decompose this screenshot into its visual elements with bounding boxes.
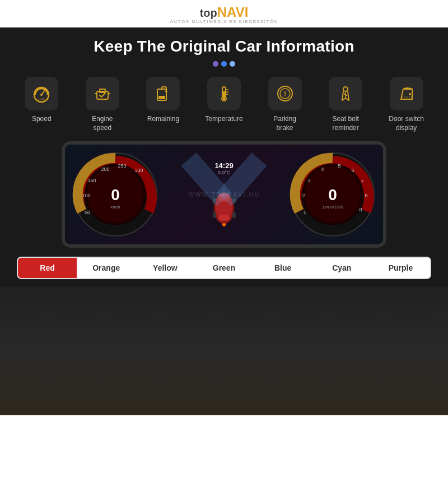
svg-point-17 <box>222 98 225 100</box>
feature-remaining: Remaining <box>135 77 191 124</box>
svg-text:6: 6 <box>351 168 354 173</box>
svg-text:330: 330 <box>134 168 143 173</box>
speed-icon: km/h <box>25 77 58 110</box>
svg-text:3: 3 <box>307 178 310 183</box>
watermark: WWW.TOPNAVI.HU <box>188 191 260 198</box>
svg-point-43 <box>218 215 230 221</box>
svg-text:8: 8 <box>365 193 367 198</box>
svg-text:250: 250 <box>118 163 126 169</box>
dashboard-temp: 0.0°C <box>218 170 231 175</box>
feature-temperature: Temperature <box>196 77 252 124</box>
door-switch-label: Door switchdisplay <box>389 115 424 132</box>
color-options-bar[interactable]: Red Orange Yellow Green Blue Cyan Purple <box>17 257 431 279</box>
door-switch-icon <box>390 77 423 110</box>
svg-point-24 <box>343 87 348 91</box>
temperature-label: Temperature <box>205 115 242 124</box>
color-option-purple[interactable]: Purple <box>371 258 430 278</box>
seatbelt-icon <box>329 77 362 110</box>
color-option-yellow[interactable]: Yellow <box>136 258 194 278</box>
svg-rect-45 <box>232 198 236 203</box>
parking-brake-label: Parkingbrake <box>273 115 296 132</box>
feature-parking-brake: ! Parkingbrake <box>257 77 313 132</box>
svg-rect-9 <box>158 96 165 99</box>
svg-rect-16 <box>223 91 225 98</box>
logo-subtitle: AUTÓS MULTIMÉDIA ÉS KIEGÉSZÍTŐK <box>170 19 278 24</box>
speed-label: Speed <box>32 115 52 124</box>
decorative-dots <box>11 61 437 67</box>
seatbelt-label: Seat beltreminder <box>332 115 358 132</box>
svg-rect-44 <box>213 198 216 203</box>
color-option-red[interactable]: Red <box>18 258 77 278</box>
svg-text:km/h: km/h <box>110 205 120 210</box>
color-option-blue[interactable]: Blue <box>254 258 312 278</box>
engine-icon <box>86 77 119 110</box>
svg-text:7: 7 <box>361 179 363 184</box>
dashboard-screen: WWW.TOPNAVI.HU <box>62 141 386 248</box>
dot-3 <box>230 61 235 67</box>
car-photo-area <box>0 287 448 415</box>
temperature-icon <box>207 77 241 110</box>
svg-text:200: 200 <box>101 166 109 172</box>
svg-text:50: 50 <box>85 210 90 215</box>
svg-point-25 <box>409 93 411 95</box>
main-section: Keep The Original Car Information km/h S… <box>0 27 448 287</box>
engine-label: Enginespeed <box>92 115 113 132</box>
dashboard-time: 14:29 <box>214 161 233 170</box>
svg-text:!: ! <box>284 90 286 98</box>
dashboard-inner: WWW.TOPNAVI.HU <box>65 145 383 244</box>
svg-text:5: 5 <box>338 163 340 169</box>
feature-door-switch: Door switchdisplay <box>379 77 435 132</box>
svg-text:4: 4 <box>321 166 324 172</box>
color-option-green[interactable]: Green <box>194 258 253 278</box>
svg-text:1/minX1000: 1/minX1000 <box>322 205 343 209</box>
speedometer-gauge: 50 100 150 200 250 330 0 km/h <box>71 150 160 239</box>
fuel-icon <box>146 77 180 110</box>
svg-text:2: 2 <box>302 193 305 198</box>
remaining-label: Remaining <box>147 115 179 124</box>
features-icons-row: km/h Speed Enginespeed <box>11 77 437 132</box>
page-headline: Keep The Original Car Information <box>11 38 437 55</box>
svg-text:150: 150 <box>87 178 96 183</box>
svg-text:0: 0 <box>328 186 337 203</box>
rpm-gauge: 1 2 3 4 5 6 7 8 0 0 1/minX1000 <box>288 150 377 239</box>
brand-logo: top NAVI <box>200 6 249 19</box>
svg-point-2 <box>40 94 43 96</box>
svg-text:0: 0 <box>111 186 120 203</box>
dashboard-wrapper: WWW.TOPNAVI.HU <box>11 141 437 248</box>
color-option-cyan[interactable]: Cyan <box>312 258 371 278</box>
color-option-orange[interactable]: Orange <box>77 258 136 278</box>
logo-top-text: top <box>200 7 217 18</box>
svg-rect-46 <box>213 212 216 218</box>
feature-engine-speed: Enginespeed <box>74 77 130 132</box>
svg-point-13 <box>165 90 167 92</box>
svg-text:km/h: km/h <box>39 98 45 101</box>
svg-text:1: 1 <box>303 210 306 215</box>
header-section: top NAVI AUTÓS MULTIMÉDIA ÉS KIEGÉSZÍTŐK <box>0 0 448 27</box>
svg-text:100: 100 <box>82 193 90 198</box>
parking-brake-icon: ! <box>268 77 302 110</box>
svg-rect-47 <box>232 212 236 218</box>
svg-text:0: 0 <box>359 207 362 212</box>
feature-speed: km/h Speed <box>13 77 69 124</box>
dot-2 <box>221 61 227 67</box>
dot-1 <box>213 61 218 67</box>
feature-seatbelt: Seat beltreminder <box>318 77 374 132</box>
svg-point-48 <box>222 223 226 226</box>
logo-navi-text: NAVI <box>217 6 249 19</box>
car-topview-icon <box>209 178 240 228</box>
